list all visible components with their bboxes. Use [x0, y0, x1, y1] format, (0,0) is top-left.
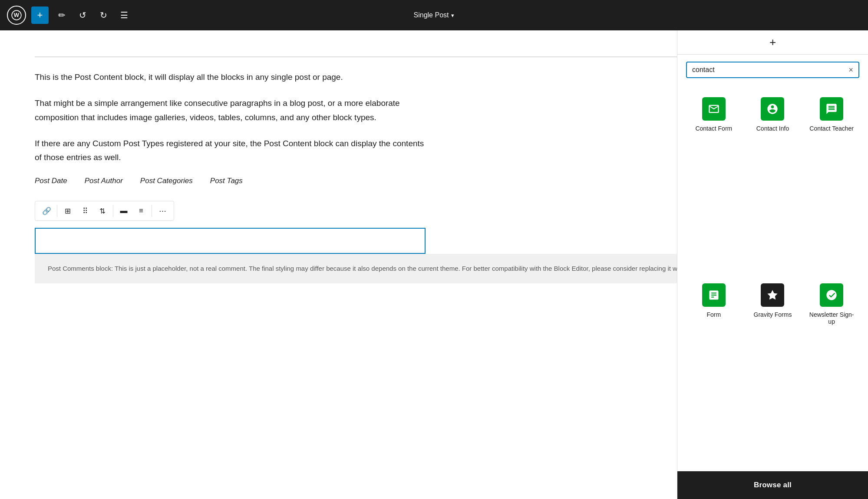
toolbar-separator-1	[57, 205, 57, 217]
link-icon: 🔗	[42, 207, 51, 216]
move-icon: ⇅	[99, 207, 106, 216]
post-date-meta[interactable]: Post Date	[35, 177, 67, 185]
block-item-contact-form[interactable]: Contact Form	[686, 92, 742, 271]
align-center-icon: ▬	[120, 207, 128, 215]
wp-logo[interactable]: W	[7, 6, 26, 25]
post-tags-meta[interactable]: Post Tags	[210, 177, 243, 185]
align-left-button[interactable]: ≡	[133, 203, 149, 219]
align-center-button[interactable]: ▬	[116, 203, 132, 219]
toolbar-separator-3	[152, 205, 152, 217]
block-item-contact-teacher[interactable]: Contact Teacher	[804, 92, 859, 271]
main-area: This is the Post Content block, it will …	[0, 30, 868, 499]
chevron-down-icon: ▾	[451, 12, 454, 19]
post-categories-meta[interactable]: Post Categories	[140, 177, 193, 185]
gravity-forms-icon	[761, 283, 784, 307]
plus-icon: +	[37, 10, 43, 20]
details-button[interactable]: ☰	[116, 7, 132, 23]
search-input[interactable]	[692, 66, 845, 74]
move-button[interactable]: ⇅	[95, 203, 110, 219]
topbar: W + ✏ ↺ ↻ ☰ Single Post ▾	[0, 0, 868, 30]
post-type-selector[interactable]: Single Post ▾	[414, 11, 455, 19]
align-left-icon: ≡	[139, 207, 143, 215]
browse-all-button[interactable]: Browse all	[677, 471, 868, 499]
paragraph-2: That might be a simple arrangement like …	[35, 96, 426, 125]
transform-icon: ⊞	[65, 207, 71, 216]
drag-icon: ⠿	[83, 207, 88, 216]
paragraph-3: If there are any Custom Post Types regis…	[35, 137, 426, 165]
add-block-button[interactable]: +	[31, 7, 49, 24]
undo-button[interactable]: ↺	[75, 7, 90, 23]
block-label-contact-form: Contact Form	[695, 125, 732, 132]
block-inserter-panel: + × Contact Form	[677, 30, 868, 499]
post-type-label: Single Post	[414, 11, 449, 19]
block-label-newsletter-signup: Newsletter Sign-up	[807, 311, 856, 325]
svg-text:W: W	[14, 12, 20, 18]
selected-block[interactable]	[35, 228, 426, 254]
paragraph-1: This is the Post Content block, it will …	[35, 70, 426, 84]
add-block-area[interactable]: +	[677, 30, 868, 55]
editor-content: This is the Post Content block, it will …	[35, 70, 426, 254]
tools-button[interactable]: ✏	[54, 7, 69, 23]
search-clear-button[interactable]: ×	[848, 66, 853, 74]
block-item-contact-info[interactable]: Contact Info	[745, 92, 801, 271]
more-options-button[interactable]: ⋯	[155, 203, 170, 219]
search-box-wrapper: ×	[677, 55, 868, 85]
contact-form-icon	[702, 97, 726, 121]
block-label-form: Form	[706, 311, 721, 318]
link-button[interactable]: 🔗	[39, 203, 54, 219]
contact-info-icon	[761, 97, 784, 121]
more-options-icon: ⋯	[159, 207, 166, 216]
pencil-icon: ✏	[58, 10, 66, 20]
add-block-plus-icon: +	[769, 36, 776, 49]
block-item-form[interactable]: Form	[686, 278, 742, 464]
block-label-gravity-forms: Gravity Forms	[754, 311, 792, 318]
block-item-gravity-forms[interactable]: Gravity Forms	[745, 278, 801, 464]
transform-button[interactable]: ⊞	[60, 203, 76, 219]
newsletter-signup-icon	[820, 283, 843, 307]
undo-icon: ↺	[79, 10, 86, 20]
redo-button[interactable]: ↻	[96, 7, 111, 23]
block-grid: Contact Form Contact Info Contact	[677, 85, 868, 471]
block-toolbar: 🔗 ⊞ ⠿ ⇅ ▬ ≡	[35, 201, 174, 221]
block-item-newsletter-signup[interactable]: Newsletter Sign-up	[804, 278, 859, 464]
drag-button[interactable]: ⠿	[77, 203, 93, 219]
form-icon	[702, 283, 726, 307]
list-icon: ☰	[120, 10, 128, 20]
post-author-meta[interactable]: Post Author	[85, 177, 123, 185]
redo-icon: ↻	[100, 10, 107, 20]
contact-teacher-icon	[820, 97, 843, 121]
toolbar-separator-2	[113, 205, 113, 217]
post-meta: Post Date Post Author Post Categories Po…	[35, 177, 426, 185]
post-title-area[interactable]: Single Post ▾	[414, 11, 455, 19]
block-label-contact-info: Contact Info	[756, 125, 789, 132]
search-box: ×	[686, 62, 859, 78]
block-label-contact-teacher: Contact Teacher	[809, 125, 854, 132]
